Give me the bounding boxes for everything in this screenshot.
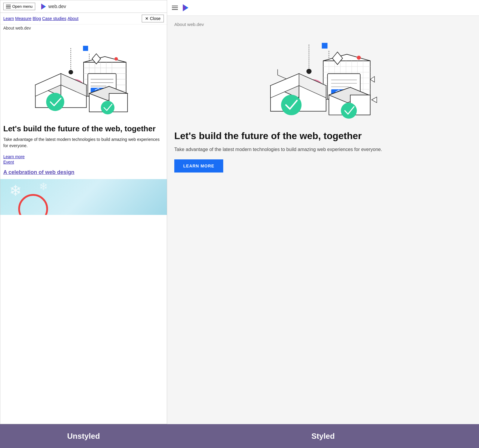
svg-point-30 [46,93,64,111]
snowflake-icon-1: ❄ [9,182,22,199]
about-label-left: About web.dev [0,24,167,32]
unstyled-label: Unstyled [0,424,167,448]
close-button[interactable]: ✕ Close [142,15,164,22]
svg-point-77 [341,103,357,118]
hero-title-right: Let's build the future of the web, toget… [174,130,472,141]
svg-point-56 [306,69,311,74]
illustration-right [174,32,472,124]
hero-desc-right: Take advantage of the latest modern tech… [174,146,472,153]
logo-icon-right [181,4,190,12]
hero-title-left: Let's build the future of the web, toget… [3,124,164,133]
illustration-left [0,32,167,121]
nav-blog[interactable]: Blog [33,16,41,21]
svg-point-18 [115,57,118,60]
logo-left: web.dev [40,3,66,10]
nav-learn[interactable]: Learn [3,16,14,21]
nav-about[interactable]: About [67,16,78,21]
svg-rect-17 [83,46,88,51]
close-label: Close [150,16,161,21]
svg-marker-3 [84,57,126,62]
styled-panel: About web.dev [167,0,479,424]
celebration-link[interactable]: A celebration of web design [3,169,164,175]
hero-text-left: Let's build the future of the web, toget… [0,121,167,154]
svg-rect-57 [322,43,327,49]
nav-bar-left: Learn Measure Blog Case studies About ✕ … [0,13,167,24]
hero-desc-left: Take advantage of the latest modern tech… [3,136,164,149]
svg-marker-67 [370,76,374,82]
learn-more-link-left[interactable]: Learn more [3,154,164,159]
about-label-right: About web.dev [174,22,472,27]
svg-marker-40 [323,54,370,61]
right-header [167,0,479,16]
left-header: Open menu web.dev [0,0,167,13]
bottom-labels: Unstyled Styled [0,424,479,448]
close-icon: ✕ [145,16,149,21]
svg-marker-1 [41,4,44,10]
logo-icon [40,3,47,10]
event-link[interactable]: Event [3,160,164,164]
svg-point-34 [101,101,115,115]
learn-more-button[interactable]: LEARN MORE [174,159,223,173]
hero-illustration-left [27,35,140,118]
hamburger-menu-right[interactable] [172,6,178,10]
unstyled-panel: Open menu web.dev Learn Measure Blog Cas… [0,0,167,424]
nav-measure[interactable]: Measure [15,16,31,21]
svg-point-73 [281,95,301,115]
open-menu-button[interactable]: Open menu [3,3,35,10]
svg-line-68 [278,75,286,78]
right-content: About web.dev [167,16,479,424]
styled-label: Styled [167,424,479,448]
svg-point-16 [69,70,73,74]
red-circle-decoration [18,194,48,215]
snowflake-icon-2: ❄ [39,181,48,193]
hero-illustration-right [261,32,386,124]
site-title-left: web.dev [48,4,66,9]
svg-marker-38 [183,4,187,11]
hamburger-icon [6,5,11,8]
open-menu-label: Open menu [12,4,33,9]
svg-marker-80 [372,97,377,103]
links-left: Learn more Event A celebration of web de… [0,154,167,175]
bottom-preview-left: ❄ ❄ [0,179,167,215]
nav-case-studies[interactable]: Case studies [42,16,66,21]
svg-point-58 [357,56,361,60]
